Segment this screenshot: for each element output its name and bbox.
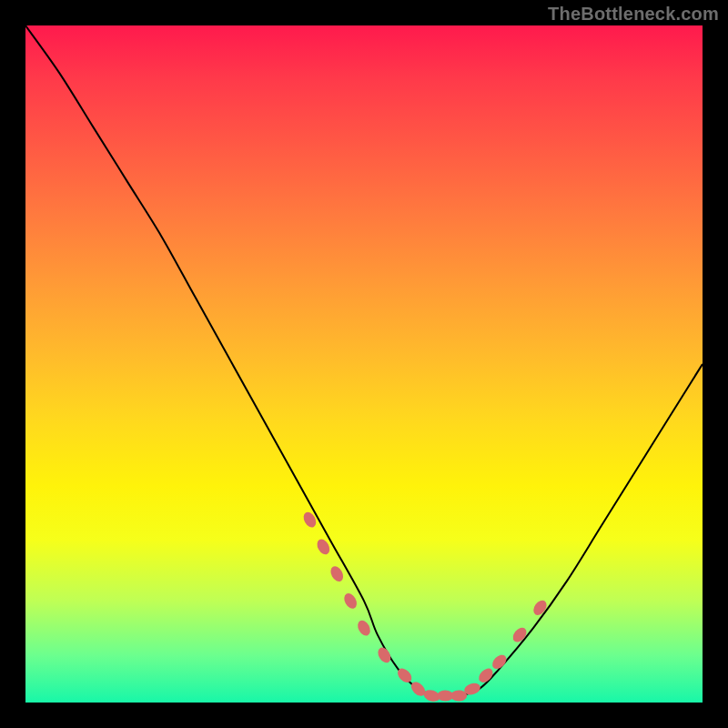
curve-marker bbox=[511, 625, 530, 645]
curve-marker bbox=[531, 598, 549, 618]
chart-svg bbox=[25, 25, 703, 703]
bottleneck-curve bbox=[25, 25, 703, 696]
watermark-text: TheBottleneck.com bbox=[548, 4, 719, 25]
curve-marker bbox=[450, 691, 467, 702]
plot-area bbox=[25, 25, 703, 703]
marker-group bbox=[301, 510, 550, 703]
curve-marker bbox=[329, 564, 346, 584]
curve-marker bbox=[376, 645, 394, 665]
curve-marker bbox=[355, 618, 372, 638]
chart-frame: TheBottleneck.com bbox=[0, 0, 728, 728]
curve-marker bbox=[342, 592, 359, 612]
